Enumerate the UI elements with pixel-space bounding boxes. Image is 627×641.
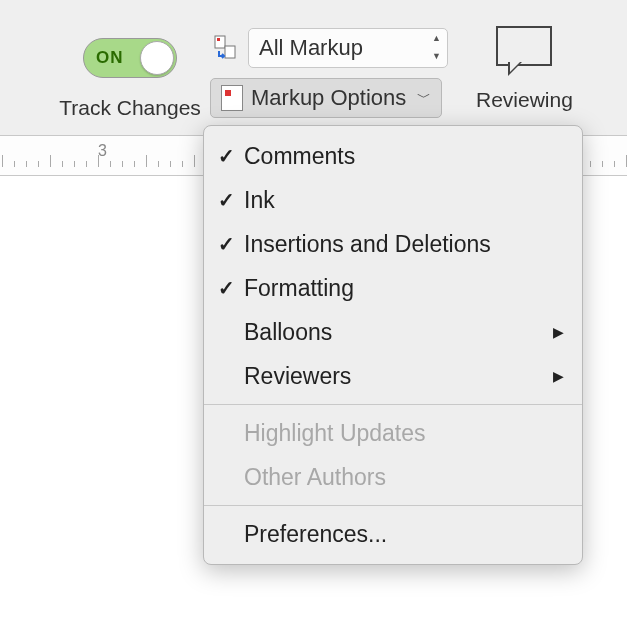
comment-icon (496, 26, 552, 66)
menu-item-highlight-updates: Highlight Updates (204, 411, 582, 455)
markup-display-row: All Markup ▲▼ (210, 28, 448, 68)
menu-item-label: Balloons (244, 319, 332, 346)
page-markup-icon (221, 85, 243, 111)
menu-item-label: Formatting (244, 275, 354, 302)
menu-item-label: Highlight Updates (244, 420, 426, 447)
markup-options-menu: ✓Comments✓Ink✓Insertions and Deletions✓F… (203, 125, 583, 565)
submenu-arrow-icon: ▶ (553, 324, 564, 340)
display-for-review-icon (210, 32, 242, 64)
stepper-icon[interactable]: ▲▼ (432, 33, 441, 61)
menu-item-label: Reviewers (244, 363, 351, 390)
menu-item-preferences[interactable]: Preferences... (204, 512, 582, 556)
markup-group: All Markup ▲▼ Markup Options ﹀ (210, 18, 448, 118)
menu-item-balloons[interactable]: Balloons▶ (204, 310, 582, 354)
toggle-knob (140, 41, 174, 75)
markup-display-value: All Markup (259, 35, 363, 61)
check-icon: ✓ (218, 144, 244, 168)
menu-item-other-authors: Other Authors (204, 455, 582, 499)
menu-item-label: Ink (244, 187, 275, 214)
menu-item-label: Insertions and Deletions (244, 231, 491, 258)
check-icon: ✓ (218, 188, 244, 212)
menu-item-label: Other Authors (244, 464, 386, 491)
menu-item-comments[interactable]: ✓Comments (204, 134, 582, 178)
menu-item-formatting[interactable]: ✓Formatting (204, 266, 582, 310)
menu-item-ink[interactable]: ✓Ink (204, 178, 582, 222)
reviewing-group[interactable]: Reviewing (476, 18, 573, 112)
svg-rect-1 (217, 38, 220, 41)
menu-item-insertions-and-deletions[interactable]: ✓Insertions and Deletions (204, 222, 582, 266)
menu-item-label: Preferences... (244, 521, 387, 548)
markup-options-button[interactable]: Markup Options ﹀ (210, 78, 442, 118)
chevron-down-icon: ﹀ (417, 89, 431, 107)
check-icon: ✓ (218, 232, 244, 256)
menu-separator (204, 505, 582, 506)
svg-rect-2 (225, 46, 235, 58)
toggle-on-label: ON (96, 48, 124, 68)
track-changes-label: Track Changes (59, 96, 201, 120)
markup-options-label: Markup Options (251, 85, 406, 111)
svg-rect-0 (215, 36, 225, 48)
reviewing-label: Reviewing (476, 88, 573, 112)
submenu-arrow-icon: ▶ (553, 368, 564, 384)
menu-separator (204, 404, 582, 405)
track-changes-group: ON Track Changes (40, 18, 220, 120)
ribbon-toolbar: ON Track Changes All Markup ▲▼ (0, 0, 627, 136)
check-icon: ✓ (218, 276, 244, 300)
menu-item-reviewers[interactable]: Reviewers▶ (204, 354, 582, 398)
menu-item-label: Comments (244, 143, 355, 170)
markup-display-select[interactable]: All Markup ▲▼ (248, 28, 448, 68)
track-changes-toggle[interactable]: ON (83, 38, 177, 78)
